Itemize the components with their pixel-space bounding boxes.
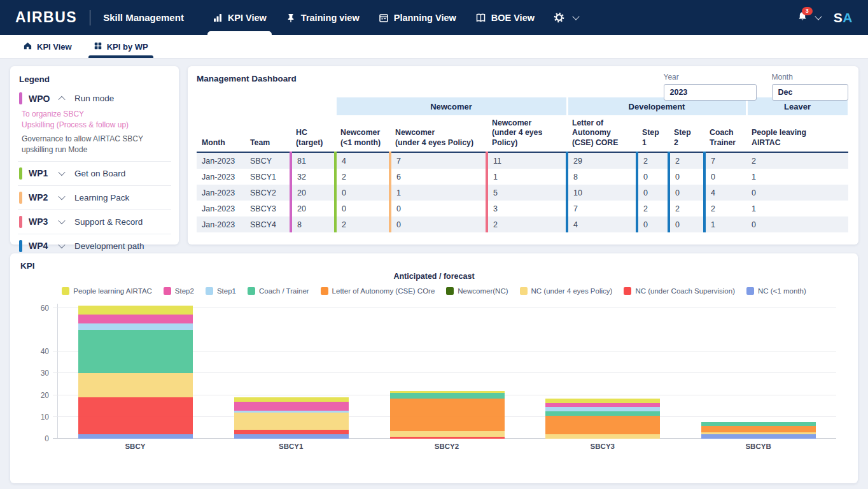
navbar-right: 3 SA <box>797 10 853 25</box>
table-cell: 2 <box>637 152 669 169</box>
nav-item-label: Training view <box>301 13 360 23</box>
legend-item-label: Coach / Trainer <box>259 287 309 295</box>
main-navigation: KPI ViewTraining viewPlanning ViewBOE Vi… <box>203 0 588 35</box>
chart-legend-item-step2[interactable]: Step2 <box>164 287 194 295</box>
table-cell: 7 <box>390 152 487 169</box>
chevron-down-icon[interactable] <box>58 193 65 200</box>
bar-segment-people-learning-airtac[interactable] <box>78 306 193 315</box>
bar-sbcy[interactable] <box>78 306 193 439</box>
column-header-newcomer: Newcomer (under 4 eyes Policy) <box>487 115 567 152</box>
bar-segment-letter-of-autonomy-cse-core[interactable] <box>390 399 505 431</box>
table-header-row: MonthTeamHC (target)Newcomer (<1 month)N… <box>197 115 848 152</box>
legend-swatch <box>624 287 631 295</box>
chart-legend-item-coach-trainer[interactable]: Coach / Trainer <box>248 287 309 295</box>
table-cell: 7 <box>567 201 637 216</box>
user-avatar[interactable]: SA <box>834 10 853 25</box>
bar-segment-nc-under-coach-supervision[interactable] <box>234 430 349 434</box>
year-input[interactable]: 2023 <box>664 84 757 101</box>
chevron-down-icon[interactable] <box>815 13 822 20</box>
table-cell: SBCY2 <box>245 185 291 201</box>
bar-segment-nc-under-4-eyes-policy[interactable] <box>78 373 193 397</box>
bar-segment-coach-trainer[interactable] <box>545 411 660 416</box>
table-cell: 2 <box>637 201 669 216</box>
bar-segment-letter-of-autonomy-cse-core[interactable] <box>545 416 660 434</box>
table-cell: 5 <box>487 185 567 201</box>
tab-kpi-by-wp[interactable]: KPI by WP <box>86 35 156 58</box>
column-header-letter-of-autonomy: Letter of Autonomy (CSE) CORE <box>567 115 637 152</box>
legend-swatch <box>446 287 454 295</box>
chevron-down-icon <box>572 13 579 20</box>
bar-segment-step2[interactable] <box>78 315 193 323</box>
chevron-up-icon[interactable] <box>58 96 65 103</box>
wp-label: Development path <box>74 241 144 251</box>
legend-item-wp1[interactable]: WP1Get on Board <box>10 163 179 184</box>
table-cell: 3 <box>487 201 567 216</box>
x-axis-labels: SBCYSBCY1SBCY2SBCY3SBCYB <box>57 443 836 450</box>
legend-item-label: NC (under 4 eyes Policy) <box>531 287 613 295</box>
chart-legend: People learning AIRTACStep2Step1Coach / … <box>20 287 848 295</box>
column-header-step: Step 1 <box>637 115 669 152</box>
bar-segment-nc-under-4-eyes-policy[interactable] <box>390 431 505 437</box>
chart-legend-item-newcomer-nc[interactable]: Newcomer(NC) <box>446 287 508 295</box>
table-cell: 0 <box>637 185 669 201</box>
table-cell: 2 <box>669 201 704 216</box>
legend-item-wp3[interactable]: WP3Support & Record <box>10 211 179 232</box>
tab-kpi-view[interactable]: KPI View <box>15 35 80 58</box>
nav-item-label: KPI View <box>228 13 267 23</box>
bar-segment-step2[interactable] <box>234 402 349 411</box>
nav-item-label: BOE View <box>491 13 535 23</box>
chart-legend-item-nc-under-coach-supervision[interactable]: NC (under Coach Supervision) <box>624 287 735 295</box>
bar-segment-coach-trainer[interactable] <box>390 393 505 399</box>
legend-swatch <box>62 287 69 295</box>
nav-item-kpi-view[interactable]: KPI View <box>203 0 276 35</box>
bar-sbcy2[interactable] <box>390 391 505 439</box>
chevron-down-icon[interactable] <box>58 217 65 224</box>
airbus-logo: AIRBUS <box>15 9 77 26</box>
bar-segment-people-learning-airtac[interactable] <box>234 397 349 402</box>
legend-swatch <box>321 287 328 295</box>
bar-sbcyb[interactable] <box>701 422 816 439</box>
chart-legend-item-letter-of-autonomy-cse-core[interactable]: Letter of Autonomy (CSE) COre <box>321 287 435 295</box>
bar-sbcy3[interactable] <box>545 399 660 439</box>
nav-item-planning-view[interactable]: Planning View <box>369 0 466 35</box>
settings-menu[interactable] <box>544 0 588 35</box>
legend-item-label: Letter of Autonomy (CSE) COre <box>332 287 435 295</box>
nav-item-boe-view[interactable]: BOE View <box>466 0 544 35</box>
bar-segment-step2[interactable] <box>545 403 660 408</box>
nav-item-training-view[interactable]: Training view <box>276 0 369 35</box>
legend-item-wpo[interactable]: WPORun mode <box>10 88 179 109</box>
bar-segment-coach-trainer[interactable] <box>78 330 193 373</box>
divider <box>18 234 171 234</box>
month-input[interactable]: Dec <box>772 84 848 101</box>
table-row: Jan-2023SBCY32000372221 <box>197 201 848 216</box>
bar-segment-nc-under-coach-supervision[interactable] <box>390 437 505 439</box>
bar-sbcy1[interactable] <box>234 397 349 439</box>
bar-segment-nc-1-month[interactable] <box>78 434 193 439</box>
bar-segment-nc-1-month[interactable] <box>701 434 816 439</box>
legend-item-wp2[interactable]: WP2Learning Pack <box>10 187 179 208</box>
month-label: Month <box>772 73 848 82</box>
bar-segment-step1[interactable] <box>545 407 660 411</box>
chevron-down-icon[interactable] <box>58 169 65 176</box>
wp-label: Support & Record <box>74 217 143 227</box>
notifications-button[interactable]: 3 <box>797 11 808 25</box>
table-cell: 0 <box>746 185 848 201</box>
bar-segment-step1[interactable] <box>78 323 193 330</box>
bar-segment-nc-under-coach-supervision[interactable] <box>78 397 193 434</box>
table-cell: 10 <box>567 185 637 201</box>
bar-segment-nc-under-4-eyes-policy[interactable] <box>545 434 660 439</box>
table-cell: 1 <box>390 185 487 201</box>
chart-legend-item-step1[interactable]: Step1 <box>206 287 236 295</box>
chart-legend-item-nc-1-month[interactable]: NC (<1 month) <box>746 287 806 295</box>
chart-legend-item-people-learning-airtac[interactable]: People learning AIRTAC <box>62 287 152 295</box>
divider <box>18 209 171 210</box>
bar-segment-letter-of-autonomy-cse-core[interactable] <box>701 426 816 432</box>
bar-segment-nc-under-4-eyes-policy[interactable] <box>234 413 349 430</box>
wp-description-highlight: To organize SBCY Upskilling (Process & f… <box>10 109 179 134</box>
table-cell: SBCY4 <box>245 216 291 232</box>
wp-color-bar <box>19 167 22 180</box>
bar-segment-nc-1-month[interactable] <box>234 434 349 439</box>
bar-segment-people-learning-airtac[interactable] <box>545 399 660 403</box>
chart-legend-item-nc-under-4-eyes-policy[interactable]: NC (under 4 eyes Policy) <box>520 287 613 295</box>
chevron-down-icon[interactable] <box>58 241 65 248</box>
